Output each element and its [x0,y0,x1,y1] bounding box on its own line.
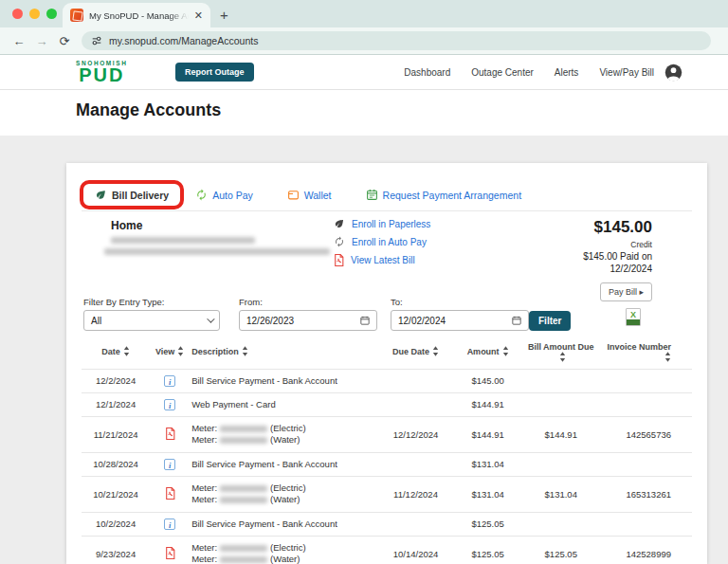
tabs-divider [82,210,692,211]
forward-icon[interactable]: → [30,34,53,48]
column-header-date[interactable]: Date [82,337,150,369]
amount: $144.91 [454,416,522,452]
pdf-icon [334,254,344,266]
amount: $125.05 [454,512,522,536]
pay-bill-button[interactable]: Pay Bill ▸ [600,282,652,301]
column-header-invoice-number[interactable]: Invoice Number [600,337,692,369]
sort-icon[interactable] [502,346,509,356]
view-cell: i [150,452,190,476]
from-date-input[interactable] [246,316,360,326]
balance-amount: $145.00 [583,218,652,237]
description-cell: Bill Service Payment - Bank Account [190,512,377,536]
pud-logo[interactable]: SNOHOMISH PUD [76,60,128,84]
pdf-icon[interactable] [165,547,175,559]
tab-request-payment-arrangement[interactable]: Request Payment Arrangement [366,189,522,201]
invoice-number: 142528999 [600,536,692,564]
transaction-date: 12/1/2024 [82,392,150,416]
to-date-field [391,310,529,331]
column-header-view[interactable]: View [150,337,190,369]
transaction-date: 10/2/2024 [82,512,150,536]
invoice-number: 165313261 [600,476,692,512]
redacted-meter-number [220,556,267,563]
redacted-address [104,248,330,255]
new-tab-button[interactable]: + [220,7,228,23]
tab-label: Request Payment Arrangement [383,190,522,201]
page-title: Manage Accounts [76,100,221,120]
sort-icon[interactable] [664,352,671,362]
due-date: 12/12/2024 [377,416,453,452]
transactions-table-wrap: DateViewDescriptionDue DateAmountBill Am… [82,337,692,564]
card-tabs: Bill Delivery Auto Pay Wallet [82,179,692,210]
table-row: 11/21/2024Meter:(Electric)Meter:(Water)1… [82,416,692,452]
bill-amount-due [522,452,600,476]
column-header-due-date[interactable]: Due Date [377,337,453,369]
entry-type-value: All [91,316,101,326]
sort-icon[interactable] [177,346,184,356]
column-header-description[interactable]: Description [190,337,377,369]
minimize-window-button[interactable] [29,9,40,19]
tab-wallet[interactable]: Wallet [287,189,332,201]
enroll-paperless-link[interactable]: Enroll in Paperless [334,218,430,229]
site-header: SNOHOMISH PUD Report Outage Dashboard Ou… [0,55,728,90]
transaction-date: 11/21/2024 [82,416,150,452]
report-outage-button[interactable]: Report Outage [175,63,254,82]
tab-close-icon[interactable]: ✕ [194,10,203,21]
transaction-date: 10/28/2024 [82,452,150,476]
invoice-number [600,512,692,536]
close-window-button[interactable] [12,9,23,19]
logo-pud-text: PUD [76,66,128,84]
maximize-window-button[interactable] [46,9,57,19]
sort-icon[interactable] [242,346,248,356]
due-date [377,392,453,416]
column-header-amount[interactable]: Amount [454,337,522,369]
entry-type-select[interactable]: All [83,310,220,331]
nav-outage-center[interactable]: Outage Center [471,67,534,78]
filter-button[interactable]: Filter [529,311,571,331]
tab-bill-delivery[interactable]: Bill Delivery [82,181,182,209]
account-quick-links: Enroll in Paperless Enroll in Auto Pay V… [334,218,430,266]
info-icon[interactable]: i [164,519,175,530]
table-row: 10/21/2024Meter:(Electric)Meter:(Water)1… [82,476,692,512]
url-bar[interactable]: my.snopud.com/ManageAccounts [82,31,711,50]
entry-type-label: Filter By Entry Type: [83,297,164,307]
account-avatar-icon[interactable] [664,64,682,82]
link-label: Enroll in Auto Pay [352,237,427,247]
calendar-picker-icon[interactable] [360,316,370,325]
enroll-auto-pay-link[interactable]: Enroll in Auto Pay [334,236,430,247]
paid-on-line1: $145.00 Paid on [583,251,652,262]
paid-on-line2: 12/2/2024 [583,264,652,274]
site-settings-icon[interactable] [91,35,102,46]
column-header-bill-amount-due[interactable]: Bill Amount Due [522,337,600,369]
page-title-section: Manage Accounts [0,90,728,136]
to-date-input[interactable] [398,316,512,326]
description-cell: Meter:(Electric)Meter:(Water) [190,416,377,452]
tab-auto-pay[interactable]: Auto Pay [195,189,253,201]
view-cell: i [150,512,190,536]
sort-icon[interactable] [432,346,439,356]
wallet-icon [287,189,300,201]
sort-icon[interactable] [559,352,566,362]
reload-icon[interactable]: ⟳ [53,34,76,48]
nav-view-pay-bill[interactable]: View/Pay Bill [599,67,654,78]
invoice-number [600,369,692,392]
bill-amount-due: $144.91 [522,416,600,452]
nav-alerts[interactable]: Alerts [555,67,579,78]
balance-summary: $145.00 Credit $145.00 Paid on 12/2/2024… [583,218,652,301]
sort-icon[interactable] [123,346,130,356]
amount: $131.04 [454,476,522,512]
browser-tab[interactable]: My SnoPUD - Manage Accou ✕ [63,3,210,27]
chevron-down-icon [207,315,214,322]
info-icon[interactable]: i [164,399,175,410]
calendar-picker-icon[interactable] [512,316,521,325]
view-latest-bill-link[interactable]: View Latest Bill [334,254,430,266]
export-excel-icon[interactable]: X [626,308,641,326]
accounts-card: Bill Delivery Auto Pay Wallet [66,163,707,564]
nav-dashboard[interactable]: Dashboard [404,67,450,78]
pdf-icon[interactable] [165,428,175,440]
back-icon[interactable]: ← [8,34,30,48]
invoice-number: 142565736 [600,416,692,452]
info-icon[interactable]: i [164,375,175,387]
pdf-icon[interactable] [165,487,175,500]
window-controls [12,9,57,19]
info-icon[interactable]: i [164,459,175,470]
